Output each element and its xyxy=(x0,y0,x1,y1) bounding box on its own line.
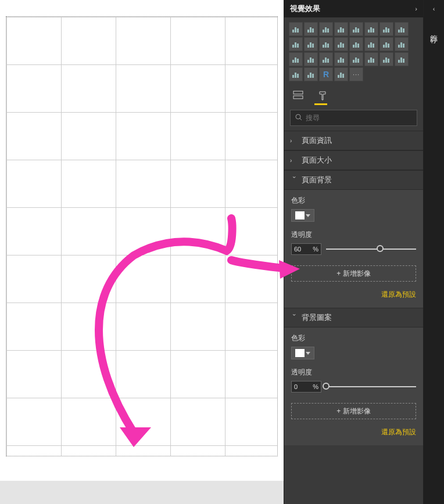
svg-rect-72 xyxy=(400,57,402,63)
fields-tab-icon[interactable] xyxy=(292,89,304,101)
viz-table-icon[interactable] xyxy=(289,67,303,81)
svg-line-86 xyxy=(300,118,302,120)
viz-map-icon[interactable] xyxy=(289,52,303,66)
section-page-info[interactable]: › 頁面資訊 xyxy=(284,131,423,150)
color-swatch-box xyxy=(295,349,305,357)
svg-rect-12 xyxy=(340,27,342,33)
svg-rect-26 xyxy=(292,45,294,48)
viz-r-icon[interactable]: R xyxy=(319,67,333,81)
chevron-down-icon: › xyxy=(291,314,298,322)
report-canvas[interactable] xyxy=(0,0,284,504)
search-box[interactable] xyxy=(290,110,417,126)
viz-stacked-column-icon[interactable] xyxy=(319,22,333,36)
pane-title: 視覺效果 xyxy=(290,3,320,14)
viz-pie-icon[interactable] xyxy=(364,37,378,51)
visualizations-pane: 視覺效果 › R··· › 頁面資訊 › 頁面大小 xyxy=(284,0,423,504)
svg-rect-21 xyxy=(385,27,387,33)
viz-donut-icon[interactable] xyxy=(379,37,393,51)
opacity-slider[interactable] xyxy=(326,382,416,391)
viz-more-icon[interactable]: ··· xyxy=(349,67,363,81)
svg-rect-42 xyxy=(370,42,372,48)
viz-waterfall-icon[interactable] xyxy=(334,37,348,51)
opacity-input[interactable]: 0 % xyxy=(291,381,321,393)
viz-funnel-icon[interactable] xyxy=(319,52,333,66)
opacity-label: 透明度 xyxy=(291,230,416,240)
report-page[interactable] xyxy=(6,16,278,456)
opacity-unit: % xyxy=(313,383,318,390)
svg-rect-49 xyxy=(403,44,404,48)
viz-clustered-bar-icon[interactable] xyxy=(304,22,318,36)
svg-rect-36 xyxy=(340,42,342,48)
svg-rect-55 xyxy=(312,59,314,63)
viz-area-icon[interactable] xyxy=(395,22,409,36)
color-label: 色彩 xyxy=(291,333,416,343)
svg-rect-41 xyxy=(368,45,370,48)
section-label: 背景圖案 xyxy=(302,312,332,323)
section-page-background[interactable]: › 頁面背景 xyxy=(284,170,423,190)
search-icon xyxy=(295,114,302,123)
section-page-size[interactable]: › 頁面大小 xyxy=(284,150,423,170)
viz-slicer-icon[interactable] xyxy=(395,52,409,66)
viz-filled-map-icon[interactable] xyxy=(304,52,318,66)
svg-rect-22 xyxy=(388,28,389,33)
svg-rect-6 xyxy=(310,27,311,33)
search-input[interactable] xyxy=(306,114,412,122)
svg-rect-29 xyxy=(307,45,309,48)
svg-rect-32 xyxy=(323,45,324,48)
viz-kpi-icon[interactable] xyxy=(379,52,393,66)
svg-rect-9 xyxy=(325,27,327,33)
collapsed-filters-pane[interactable]: ‹ 篩存 xyxy=(423,0,444,504)
viz-stacked-bar-icon[interactable] xyxy=(289,22,303,36)
expand-pane-chevron-icon[interactable]: ‹ xyxy=(424,0,444,17)
viz-stacked-area-icon[interactable] xyxy=(289,37,303,51)
section-background-pattern[interactable]: › 背景圖案 xyxy=(284,308,423,327)
color-swatch-box xyxy=(295,211,305,219)
section-label: 頁面資訊 xyxy=(302,135,332,146)
format-tabs xyxy=(284,84,423,105)
viz-matrix-icon[interactable] xyxy=(304,67,318,81)
viz-100-bar-icon[interactable] xyxy=(349,22,363,36)
svg-rect-51 xyxy=(295,57,296,63)
viz-ribbon-icon[interactable] xyxy=(319,37,333,51)
svg-rect-75 xyxy=(295,73,296,78)
opacity-input[interactable]: 60 % xyxy=(291,243,321,255)
color-picker[interactable] xyxy=(291,209,314,222)
viz-line-icon[interactable] xyxy=(379,22,393,36)
svg-rect-19 xyxy=(373,28,374,33)
format-tab-icon[interactable] xyxy=(317,89,328,101)
svg-rect-4 xyxy=(297,28,299,33)
section-label: 頁面背景 xyxy=(302,175,332,185)
reset-link[interactable]: 還原為預設 xyxy=(291,427,416,437)
viz-clustered-column-icon[interactable] xyxy=(334,22,348,36)
viz-multi-card-icon[interactable] xyxy=(364,52,378,66)
viz-treemap-icon[interactable] xyxy=(395,37,409,51)
reset-link[interactable]: 還原為預設 xyxy=(291,290,416,300)
svg-rect-65 xyxy=(368,60,370,63)
opacity-value: 60 xyxy=(294,246,301,253)
svg-rect-43 xyxy=(373,44,374,48)
chevron-down-icon xyxy=(306,214,310,217)
svg-rect-62 xyxy=(353,60,355,63)
svg-rect-79 xyxy=(312,74,314,78)
svg-rect-69 xyxy=(385,57,387,63)
viz-python-globe-icon[interactable] xyxy=(334,67,348,81)
svg-rect-3 xyxy=(295,27,296,33)
add-image-button[interactable]: + 新增影像 xyxy=(291,265,416,282)
opacity-slider[interactable] xyxy=(326,244,416,254)
svg-rect-67 xyxy=(373,59,374,63)
add-image-button[interactable]: + 新增影像 xyxy=(291,403,416,419)
svg-rect-77 xyxy=(307,75,309,78)
svg-rect-59 xyxy=(338,60,339,63)
color-picker[interactable] xyxy=(291,347,314,359)
collapse-pane-icon[interactable]: › xyxy=(415,5,417,12)
svg-rect-58 xyxy=(327,59,329,63)
svg-rect-60 xyxy=(340,57,342,63)
svg-rect-28 xyxy=(297,44,299,48)
viz-card-icon[interactable] xyxy=(349,52,363,66)
svg-rect-82 xyxy=(342,74,344,78)
viz-gauge-icon[interactable] xyxy=(334,52,348,66)
svg-rect-33 xyxy=(325,42,327,48)
viz-line-column-icon[interactable] xyxy=(304,37,318,51)
viz-scatter-icon[interactable] xyxy=(349,37,363,51)
viz-100-column-icon[interactable] xyxy=(364,22,378,36)
